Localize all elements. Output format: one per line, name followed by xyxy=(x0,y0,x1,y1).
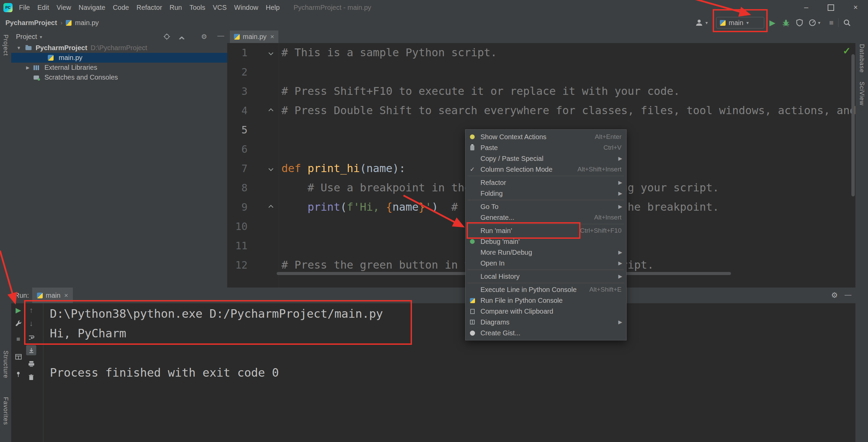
stripe-tab-structure[interactable]: Structure xyxy=(2,351,9,378)
menu-item-generate[interactable]: Generate... Alt+Insert xyxy=(466,212,626,223)
menu-item-go-to[interactable]: Go To ▶ xyxy=(466,201,626,212)
code-line[interactable]: 3 # Press Shift+F10 to execute it or rep… xyxy=(227,82,855,101)
menu-item-create-gist[interactable]: Create Gist... xyxy=(466,328,626,338)
run-settings-wrench-icon[interactable] xyxy=(13,318,23,329)
hide-run-panel-icon[interactable]: — xyxy=(845,291,851,299)
menu-item-diagrams[interactable]: Diagrams ▶ xyxy=(466,317,626,328)
menu-item-copy-paste-special[interactable]: Copy / Paste Special ▶ xyxy=(466,153,626,164)
code-line[interactable]: 2 xyxy=(227,62,855,82)
breadcrumb-file[interactable]: main.py xyxy=(75,19,99,27)
hide-panel-icon[interactable]: — xyxy=(217,32,224,40)
locate-file-icon[interactable] xyxy=(163,33,170,42)
fold-marker-icon[interactable] xyxy=(269,108,273,113)
menu-item-label: Folding xyxy=(480,190,503,197)
print-icon[interactable] xyxy=(26,359,36,369)
menu-refactor[interactable]: Refactor xyxy=(133,0,166,15)
navigation-bar: PycharmProject › main.py ▾ main ▾ ▶ xyxy=(0,15,868,31)
run-settings-gear-icon[interactable]: ⚙ xyxy=(831,291,838,300)
debug-button[interactable] xyxy=(781,17,791,28)
expand-arrow-icon[interactable]: ▶ xyxy=(26,63,29,72)
project-view-dropdown-icon[interactable]: ▾ xyxy=(40,34,42,40)
project-panel-title[interactable]: Project xyxy=(16,33,37,41)
editor-tab-main-py[interactable]: main.py × xyxy=(230,30,278,43)
minimize-button[interactable]: – xyxy=(794,0,818,15)
stripe-tab-project[interactable]: Project xyxy=(2,35,9,56)
maximize-button[interactable] xyxy=(818,0,843,15)
pin-tab-icon[interactable] xyxy=(13,369,23,379)
fold-marker-icon[interactable] xyxy=(269,205,273,210)
stop-button: ■ xyxy=(13,334,23,344)
stripe-tab-sciview[interactable]: SciView xyxy=(858,82,865,106)
menu-item-label: More Run/Debug xyxy=(480,249,532,256)
menu-item-folding[interactable]: Folding ▶ xyxy=(466,188,626,199)
python-config-icon xyxy=(720,20,726,26)
user-account-icon[interactable] xyxy=(694,17,705,28)
soft-wrap-icon[interactable] xyxy=(26,332,36,342)
run-tab-main[interactable]: main × xyxy=(32,288,73,303)
tab-close-icon[interactable]: × xyxy=(64,292,68,299)
menu-item-run-file-python-console[interactable]: Run File in Python Console xyxy=(466,295,626,306)
tab-close-icon[interactable]: × xyxy=(270,33,274,41)
up-stack-trace-icon[interactable]: ↑ xyxy=(26,305,36,315)
menu-run[interactable]: Run xyxy=(166,0,186,15)
tree-row-external-libraries[interactable]: ▶ External Libraries xyxy=(11,63,227,72)
restore-layout-icon[interactable] xyxy=(13,352,23,362)
fold-marker-icon[interactable] xyxy=(269,166,273,171)
run-tab-label: main xyxy=(46,292,60,299)
line-number: 2 xyxy=(227,62,248,82)
menu-edit[interactable]: Edit xyxy=(34,0,53,15)
menu-code[interactable]: Code xyxy=(109,0,133,15)
code-line[interactable]: 4 # Press Double Shift to search everywh… xyxy=(227,101,855,120)
menu-item-show-context-actions[interactable]: Show Context Actions Alt+Enter xyxy=(466,131,626,142)
menu-item-execute-line-python-console[interactable]: Execute Line in Python Console Alt+Shift… xyxy=(466,284,626,295)
menu-item-paste[interactable]: Paste Ctrl+V xyxy=(466,142,626,153)
editor-vertical-scrollbar[interactable] xyxy=(851,54,855,196)
scroll-to-end-icon[interactable] xyxy=(26,345,36,355)
console-command-line: D:\Python38\python.exe D:/PycharmProject… xyxy=(50,304,383,323)
user-dropdown-arrow-icon[interactable]: ▾ xyxy=(704,17,709,28)
panel-settings-gear-icon[interactable]: ⚙ xyxy=(201,33,207,41)
menu-item-refactor[interactable]: Refactor ▶ xyxy=(466,177,626,188)
down-stack-trace-icon[interactable]: ↓ xyxy=(26,318,36,329)
menu-window[interactable]: Window xyxy=(231,0,262,15)
tree-row-main-py[interactable]: main.py xyxy=(11,53,227,63)
editor-tab-label: main.py xyxy=(243,33,267,41)
profiler-dropdown-arrow-icon[interactable]: ▾ xyxy=(816,17,822,28)
menu-item-label: Debug 'main' xyxy=(480,238,519,245)
menu-item-label: Column Selection Mode xyxy=(480,166,552,173)
menu-item-debug-main[interactable]: Debug 'main' xyxy=(466,236,626,247)
breadcrumb-project[interactable]: PycharmProject xyxy=(5,19,57,27)
menu-view[interactable]: View xyxy=(53,0,75,15)
search-everywhere-icon[interactable] xyxy=(842,17,852,28)
expand-arrow-icon[interactable]: ▼ xyxy=(17,43,21,53)
collapse-all-icon[interactable] xyxy=(180,35,184,42)
fold-marker-icon[interactable] xyxy=(269,50,273,55)
menu-item-open-in[interactable]: Open In ▶ xyxy=(466,258,626,269)
tree-row-scratches[interactable]: Scratches and Consoles xyxy=(11,72,227,82)
menu-navigate[interactable]: Navigate xyxy=(75,0,109,15)
line-number: 8 xyxy=(227,178,248,197)
menu-item-column-selection-mode[interactable]: ✓ Column Selection Mode Alt+Shift+Insert xyxy=(466,164,626,175)
rerun-button[interactable]: ▶ xyxy=(13,305,23,315)
string-literal: f'Hi, xyxy=(347,201,386,213)
menu-tools[interactable]: Tools xyxy=(186,0,209,15)
tree-node-name: External Libraries xyxy=(44,63,97,72)
clear-console-trash-icon[interactable] xyxy=(26,372,36,382)
menu-file[interactable]: File xyxy=(15,0,34,15)
stripe-tab-database[interactable]: Database xyxy=(858,44,865,73)
run-config-selector[interactable]: main ▾ xyxy=(716,17,764,28)
tree-row-project-root[interactable]: ▼ PycharmProjectD:\PycharmProject xyxy=(11,43,227,53)
menu-help[interactable]: Help xyxy=(262,0,283,15)
stripe-tab-favorites[interactable]: Favorites xyxy=(2,397,9,425)
code-line[interactable]: 1 # This is a sample Python script. xyxy=(227,43,855,62)
menu-item-run-main[interactable]: Run 'main' Ctrl+Shift+F10 xyxy=(466,225,626,236)
menu-item-label: Diagrams xyxy=(480,318,510,326)
menu-item-more-run-debug[interactable]: More Run/Debug ▶ xyxy=(466,247,626,258)
run-button[interactable]: ▶ xyxy=(767,17,778,28)
menu-item-compare-with-clipboard[interactable]: Compare with Clipboard xyxy=(466,306,626,317)
close-button[interactable]: × xyxy=(843,0,868,15)
menu-vcs[interactable]: VCS xyxy=(209,0,230,15)
inspections-ok-check-icon[interactable]: ✓ xyxy=(843,45,851,57)
menu-item-local-history[interactable]: Local History ▶ xyxy=(466,271,626,282)
coverage-button[interactable] xyxy=(794,17,805,28)
